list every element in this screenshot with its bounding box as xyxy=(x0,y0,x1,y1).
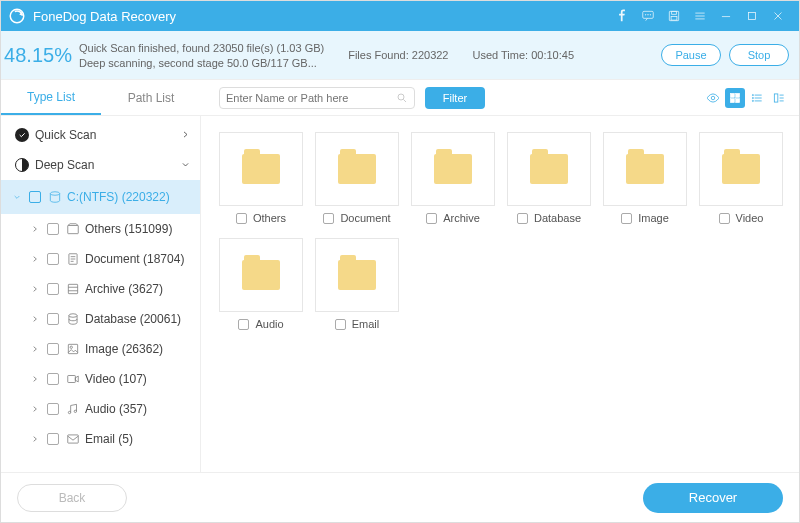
svg-point-4 xyxy=(648,15,649,16)
tree-item[interactable]: Email (5) xyxy=(1,424,200,454)
view-mode-group xyxy=(703,88,789,108)
chevron-right-icon xyxy=(29,255,41,263)
svg-point-46 xyxy=(68,411,70,413)
search-box[interactable] xyxy=(219,87,415,109)
svg-rect-22 xyxy=(736,98,740,102)
tree-drive[interactable]: C:(NTFS) (220322) xyxy=(1,180,200,214)
folder-card[interactable]: Others xyxy=(219,132,303,224)
menu-icon[interactable] xyxy=(687,1,713,31)
checkbox[interactable] xyxy=(47,433,59,445)
tree-item-label: Email (5) xyxy=(85,432,133,446)
folder-card[interactable]: Archive xyxy=(411,132,495,224)
preview-toggle-icon[interactable] xyxy=(703,88,723,108)
checkbox[interactable] xyxy=(47,313,59,325)
checkbox[interactable] xyxy=(238,319,249,330)
chevron-right-icon xyxy=(29,375,41,383)
tree-item[interactable]: Database (20061) xyxy=(1,304,200,334)
svg-point-5 xyxy=(650,15,651,16)
save-icon[interactable] xyxy=(661,1,687,31)
category-icon xyxy=(65,402,81,416)
checkbox[interactable] xyxy=(323,213,334,224)
tree-quick-scan[interactable]: Quick Scan xyxy=(1,120,200,150)
tab-path-list[interactable]: Path List xyxy=(101,80,201,115)
chevron-right-icon xyxy=(29,345,41,353)
checkbox[interactable] xyxy=(517,213,528,224)
minimize-icon[interactable] xyxy=(713,1,739,31)
maximize-icon[interactable] xyxy=(739,1,765,31)
tree-item[interactable]: Image (26362) xyxy=(1,334,200,364)
filter-button[interactable]: Filter xyxy=(425,87,485,109)
footer: Back Recover xyxy=(1,472,799,522)
search-input[interactable] xyxy=(226,92,396,104)
folder-thumb xyxy=(315,238,399,312)
stop-button[interactable]: Stop xyxy=(729,44,789,66)
tree-item-label: Audio (357) xyxy=(85,402,147,416)
tree-item[interactable]: Archive (3627) xyxy=(1,274,200,304)
search-icon xyxy=(396,92,408,104)
tree-item-label: Video (107) xyxy=(85,372,147,386)
tree-deep-scan[interactable]: Deep Scan xyxy=(1,150,200,180)
folder-card[interactable]: Image xyxy=(603,132,687,224)
checkbox[interactable] xyxy=(47,373,59,385)
files-found: Files Found: 220322 xyxy=(348,49,448,61)
folder-card[interactable]: Audio xyxy=(219,238,303,330)
folder-icon xyxy=(722,154,760,184)
tab-type-list[interactable]: Type List xyxy=(1,80,101,115)
svg-point-28 xyxy=(752,100,753,101)
checkbox[interactable] xyxy=(47,253,59,265)
close-icon[interactable] xyxy=(765,1,791,31)
back-button[interactable]: Back xyxy=(17,484,127,512)
checkbox[interactable] xyxy=(47,223,59,235)
chevron-down-icon xyxy=(181,158,190,172)
folder-card[interactable]: Document xyxy=(315,132,399,224)
svg-point-47 xyxy=(74,410,76,412)
chevron-down-icon xyxy=(11,193,23,201)
category-icon xyxy=(65,372,81,386)
checkbox[interactable] xyxy=(335,319,346,330)
tree-item[interactable]: Audio (357) xyxy=(1,394,200,424)
svg-point-18 xyxy=(711,96,715,100)
checkbox[interactable] xyxy=(29,191,41,203)
view-grid-icon[interactable] xyxy=(725,88,745,108)
pause-button[interactable]: Pause xyxy=(661,44,721,66)
checkbox[interactable] xyxy=(621,213,632,224)
tree-item-label: Archive (3627) xyxy=(85,282,163,296)
tree-item[interactable]: Others (151099) xyxy=(1,214,200,244)
tree-item-label: Others (151099) xyxy=(85,222,172,236)
tree-item[interactable]: Video (107) xyxy=(1,364,200,394)
folder-label: Video xyxy=(736,212,764,224)
scan-percent: 48.15% xyxy=(1,44,75,67)
folder-thumb xyxy=(699,132,783,206)
checkbox[interactable] xyxy=(47,343,59,355)
checkbox[interactable] xyxy=(47,283,59,295)
tree-item[interactable]: Document (18704) xyxy=(1,244,200,274)
feedback-icon[interactable] xyxy=(635,1,661,31)
folder-label: Database xyxy=(534,212,581,224)
tree-item-label: Image (26362) xyxy=(85,342,163,356)
svg-point-44 xyxy=(70,346,72,348)
folder-icon xyxy=(338,260,376,290)
checkbox[interactable] xyxy=(719,213,730,224)
folder-card[interactable]: Email xyxy=(315,238,399,330)
category-icon xyxy=(65,432,81,446)
file-grid: OthersDocumentArchiveDatabaseImageVideo … xyxy=(201,116,799,472)
svg-rect-19 xyxy=(730,93,734,97)
checkbox[interactable] xyxy=(426,213,437,224)
used-time: Used Time: 00:10:45 xyxy=(473,49,575,61)
svg-rect-13 xyxy=(749,13,756,20)
folder-card[interactable]: Database xyxy=(507,132,591,224)
view-detail-icon[interactable] xyxy=(769,88,789,108)
tree-item-label: Database (20061) xyxy=(85,312,181,326)
svg-rect-43 xyxy=(68,344,77,353)
recover-button[interactable]: Recover xyxy=(643,483,783,513)
svg-point-16 xyxy=(398,94,404,100)
subheader: Type List Path List Filter xyxy=(1,80,799,116)
facebook-icon[interactable] xyxy=(609,1,635,31)
svg-rect-7 xyxy=(672,11,677,14)
svg-point-33 xyxy=(50,192,59,196)
checkbox[interactable] xyxy=(236,213,247,224)
folder-card[interactable]: Video xyxy=(699,132,783,224)
checkbox[interactable] xyxy=(47,403,59,415)
view-list-icon[interactable] xyxy=(747,88,767,108)
folder-thumb xyxy=(507,132,591,206)
